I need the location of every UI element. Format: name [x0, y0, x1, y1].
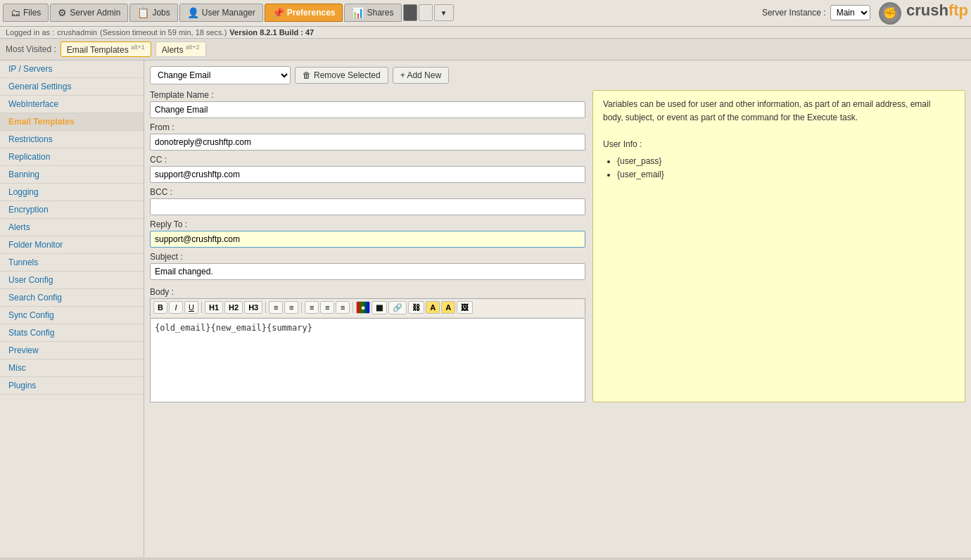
sidebar-item-search-config[interactable]: Search Config [0, 289, 144, 307]
sidebar-item-restrictions[interactable]: Restrictions [0, 131, 144, 148]
sidebar-item-general-settings[interactable]: General Settings [0, 78, 144, 96]
image-button[interactable]: 🖼 [457, 301, 473, 314]
cc-row: CC : [150, 155, 585, 183]
sidebar-item-user-config[interactable]: User Config [0, 272, 144, 289]
sidebar-item-sync-config[interactable]: Sync Config [0, 307, 144, 324]
tab-jobs-label: Jobs [152, 8, 170, 18]
bcc-input[interactable] [150, 198, 585, 215]
info-panel: Variables can be used for user and other… [592, 90, 965, 402]
form-left: Template Name : From : CC : BCC : Reply [150, 90, 585, 402]
tab-extra2[interactable] [419, 4, 433, 21]
sep1 [201, 302, 202, 313]
sidebar-item-folder-monitor[interactable]: Folder Monitor [0, 236, 144, 254]
align-left-button[interactable]: ≡ [305, 301, 319, 314]
h2-button[interactable]: H2 [224, 301, 243, 314]
server-instance-select[interactable]: Main [830, 5, 870, 20]
reply-to-label: Reply To : [150, 219, 585, 229]
tab-server-admin-label: Server Admin [70, 8, 120, 18]
version: Version 8.2.1 Build : 47 [229, 28, 314, 37]
from-row: From : [150, 122, 585, 151]
source-button[interactable]: A [441, 301, 455, 314]
jobs-icon: 📋 [137, 7, 149, 18]
tab-files[interactable]: 🗂 Files [3, 4, 49, 22]
body-row: Body : B I U H1 H2 H3 ≡ ≡ ≡ [150, 284, 585, 402]
var-user-email: {user_email} [617, 168, 955, 182]
bcc-row: BCC : [150, 187, 585, 215]
server-admin-icon: ⚙ [58, 7, 67, 18]
template-dropdown[interactable]: Change Email [150, 66, 291, 84]
align-center-button[interactable]: ≡ [320, 301, 334, 314]
tab-jobs[interactable]: 📋 Jobs [129, 4, 177, 22]
remove-selected-button[interactable]: 🗑 Remove Selected [295, 67, 388, 84]
logo-icon: ✊ [879, 2, 901, 25]
tab-shares-label: Shares [367, 8, 393, 18]
reply-to-input[interactable] [150, 231, 585, 248]
subject-row: Subject : [150, 252, 585, 280]
add-new-button[interactable]: + Add New [393, 67, 449, 84]
info-line1: Variables can be used for user and other… [603, 98, 955, 111]
username: crushadmin [57, 28, 97, 37]
from-input[interactable] [150, 134, 585, 151]
sidebar-item-webinterface[interactable]: WebInterface [0, 96, 144, 113]
editor-body[interactable]: {old_email}{new_email}{summary} [150, 318, 585, 402]
files-icon: 🗂 [11, 7, 20, 18]
align-right-button[interactable]: ≡ [336, 301, 350, 314]
underline-button[interactable]: U [184, 301, 198, 314]
tab-user-manager-label: User Manager [202, 8, 255, 18]
highlight-button[interactable]: A [426, 301, 440, 314]
sidebar-item-ip-servers[interactable]: IP / Servers [0, 61, 144, 78]
tab-files-label: Files [23, 8, 41, 18]
subject-input[interactable] [150, 263, 585, 280]
tab-preferences[interactable]: 📌 Preferences [265, 4, 343, 22]
most-visited-bar: Most Visited : Email Templates alt+1 Ale… [0, 39, 971, 61]
h3-button[interactable]: H3 [244, 301, 262, 314]
sidebar-item-email-templates[interactable]: Email Templates [0, 113, 144, 131]
shares-icon: 📊 [352, 7, 364, 18]
sidebar-item-stats-config[interactable]: Stats Config [0, 324, 144, 342]
toolbar-row: Change Email 🗑 Remove Selected + Add New [150, 66, 965, 84]
tab-extra3[interactable]: ▼ [434, 4, 454, 21]
tab-shares[interactable]: 📊 Shares [344, 4, 401, 22]
bold-button[interactable]: B [153, 301, 167, 314]
cc-input[interactable] [150, 166, 585, 183]
color-button[interactable]: ● [356, 301, 370, 314]
tab-extra1[interactable] [403, 4, 417, 21]
quick-tab-alerts[interactable]: Alerts alt+2 [156, 42, 206, 57]
remove-icon: 🗑 [303, 70, 311, 80]
tab-server-admin[interactable]: ⚙ Server Admin [50, 4, 128, 22]
template-name-row: Template Name : [150, 90, 585, 118]
ol-button[interactable]: ≡ [269, 301, 283, 314]
preferences-icon: 📌 [272, 7, 284, 18]
most-visited-label: Most Visited : [6, 44, 56, 54]
sidebar-item-alerts[interactable]: Alerts [0, 219, 144, 236]
italic-button[interactable]: I [169, 301, 183, 314]
sidebar-item-logging[interactable]: Logging [0, 184, 144, 201]
sidebar-item-banning[interactable]: Banning [0, 166, 144, 184]
bcc-label: BCC : [150, 187, 585, 197]
table-button[interactable]: ▦ [372, 301, 387, 314]
server-instance-label: Server Instance : [762, 8, 826, 18]
status-bar: Logged in as : crushadmin (Session timeo… [0, 27, 971, 39]
from-label: From : [150, 122, 585, 132]
editor-toolbar: B I U H1 H2 H3 ≡ ≡ ≡ ≡ ≡ [150, 298, 585, 317]
logo-ftp: ftp [948, 1, 968, 19]
sidebar-item-replication[interactable]: Replication [0, 148, 144, 166]
reply-to-row: Reply To : [150, 219, 585, 248]
ul-button[interactable]: ≡ [284, 301, 298, 314]
sidebar: IP / Servers General Settings WebInterfa… [0, 61, 144, 557]
sidebar-item-preview[interactable]: Preview [0, 342, 144, 359]
content-area: Change Email 🗑 Remove Selected + Add New… [144, 61, 971, 557]
unlink-button[interactable]: ⛓ [408, 301, 424, 314]
form-area: Template Name : From : CC : BCC : Reply [150, 90, 965, 402]
link-button[interactable]: 🔗 [388, 301, 407, 314]
sidebar-item-encryption[interactable]: Encryption [0, 201, 144, 219]
quick-tab-email-templates[interactable]: Email Templates alt+1 [61, 42, 151, 57]
user-manager-icon: 👤 [187, 7, 199, 18]
sidebar-item-plugins[interactable]: Plugins [0, 377, 144, 395]
h1-button[interactable]: H1 [205, 301, 223, 314]
server-instance-area: Server Instance : Main [762, 5, 870, 20]
sidebar-item-misc[interactable]: Misc [0, 359, 144, 377]
tab-user-manager[interactable]: 👤 User Manager [179, 4, 263, 22]
sidebar-item-tunnels[interactable]: Tunnels [0, 254, 144, 272]
template-name-input[interactable] [150, 101, 585, 118]
